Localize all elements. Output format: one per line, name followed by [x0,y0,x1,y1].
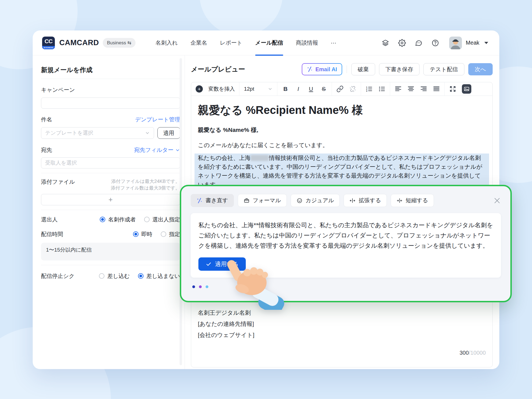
radio-no-merge[interactable]: 差し込まない [138,272,180,280]
campaign-label: キャンペーン [41,86,180,94]
logo-cc-text: CC [42,37,55,46]
radio-scheduled[interactable]: 指定 [161,231,180,238]
recipient-filter-link[interactable]: 宛先フィルター [134,146,180,154]
template-placeholder: テンプレートを選択 [45,129,93,137]
radio-label: 差し込む [107,272,130,280]
radio-unselected-icon [161,231,166,237]
chevron-down-icon [145,131,150,135]
attachment-hint-line1: 添付ファイルは最大24KBです。 [111,179,180,184]
font-size-value: 12pt [244,86,254,92]
layers-icon[interactable] [382,39,389,47]
sender-label: 選出人 [41,216,100,223]
expand-icon [349,198,355,204]
highlighted-paragraph: 私たちの会社、上海情報技術有限公司と、当社の主力製品であるビジネスカードキングデ… [195,154,489,189]
app-header: CC BUSINESS CAMCARD Business ⇆ 名刺入れ 企業名 … [33,30,499,55]
chip-label: カジュアル [306,197,334,204]
loading-dots [192,285,501,288]
apply-template-button[interactable]: 適用 [157,127,180,139]
attachment-hint: 添付ファイルは最大24KBです。 添付ファイル数は最大3個です。 [111,178,180,191]
redacted-text [250,155,269,161]
align-center-icon[interactable] [407,85,415,93]
chevron-down-icon[interactable] [484,42,488,44]
svg-text:3: 3 [366,90,367,92]
radio-label: 指定 [169,231,180,238]
test-send-button[interactable]: テスト配信 [423,63,464,75]
recipient-filter-label: 宛先フィルター [134,146,173,154]
align-right-icon[interactable] [420,85,427,93]
align-left-icon[interactable] [395,85,402,93]
bullet-list-icon[interactable] [378,85,385,93]
italic-button[interactable]: I [295,86,302,92]
divider [41,173,180,173]
fullscreen-icon[interactable] [449,85,456,93]
ai-rewrite-popup: 書き直す フォーマル カジュアル [180,185,512,302]
nav-item-email-delivery[interactable]: メール配信 [255,30,283,55]
insert-variable-label: 変数を挿入 [208,85,235,93]
ordered-list-icon[interactable]: 1 2 3 [365,85,373,93]
camcard-logo-icon: CC BUSINESS [42,37,55,49]
radio-immediate[interactable]: 即時 [133,231,152,238]
align-justify-icon[interactable] [433,85,440,93]
link-icon[interactable] [336,85,344,93]
chat-icon[interactable] [415,39,423,47]
expand-chip[interactable]: 拡張する [344,194,387,207]
radio-unselected-icon [144,217,150,222]
save-draft-button[interactable]: 下書き保存 [379,63,420,75]
divider [41,79,180,79]
nav-item-company[interactable]: 企業名 [190,30,207,55]
nav-item-more[interactable]: ⋯ [331,30,336,55]
dot [199,285,202,288]
casual-chip[interactable]: カジュアル [291,194,340,207]
ai-suggestion-text: 私たちの会社、上海**情報技術有限公司と、私たちの主力製品であるビジネスカードキ… [198,220,493,251]
header-right: Meak [382,37,488,49]
email-intro: このメールがあなたに届くことを願っています。 [198,142,486,149]
apply-suggestion-button[interactable]: 適用する [198,257,246,271]
radio-unselected-icon [99,273,104,279]
unsubscribe-label: 配信停止シク [41,272,99,280]
close-icon[interactable] [493,197,501,204]
help-icon[interactable] [431,39,439,47]
add-attachment-button[interactable]: + [41,194,180,205]
email-footer-block: 名刺王デジタル名刺 [あなたの連絡先情報] [会社のウェブサイト] 300/10… [198,307,486,358]
template-select[interactable]: テンプレートを選択 [41,127,154,139]
attachment-hint-line2: 添付ファイル数は最大3個です。 [111,185,180,191]
recipient-input[interactable] [41,157,180,168]
unlink-icon[interactable] [349,85,356,93]
schedule-label: 配信時間 [41,231,133,238]
user-name[interactable]: Meak [466,40,479,46]
shorten-chip[interactable]: 短縮する [391,194,434,207]
compose-panel: 新規メールを作成 キャンペーン 件名 デンプレート管理 テンプレートを選択 適用… [41,55,180,369]
campaign-input[interactable] [41,98,180,109]
divider [347,65,347,73]
attachment-label: 添付ファイル [41,178,75,186]
nav-item-deal-info[interactable]: 商談情報 [296,30,318,55]
email-ai-button[interactable]: Email AI [302,63,342,75]
nav-item-cardholder[interactable]: 名刺入れ [155,30,178,55]
plan-badge[interactable]: Business ⇆ [103,38,135,48]
radio-label: 差し込まない [146,272,180,280]
clipped-line: 名刺王デジタル名刺 [198,307,486,318]
font-size-select[interactable]: 12pt [244,86,273,92]
radio-selected-icon [100,217,105,222]
radio-sender-specify[interactable]: 選出人指定 [144,216,180,223]
plus-circle-icon: + [196,85,203,93]
main-nav: 名刺入れ 企業名 レポート メール配信 商談情報 ⋯ [155,30,336,55]
strikethrough-button[interactable]: S [320,86,327,92]
radio-card-creator[interactable]: 名刺作成者 [100,216,136,223]
template-manage-link[interactable]: デンプレート管理 [135,116,180,123]
apply-suggestion-label: 適用する [215,260,239,268]
discard-button[interactable]: 破棄 [351,63,375,75]
bold-button[interactable]: B [282,86,289,92]
gear-icon[interactable] [398,39,406,47]
briefcase-icon [244,198,250,204]
avatar[interactable] [449,37,462,49]
image-icon[interactable] [462,84,471,94]
rewrite-chip[interactable]: 書き直す [191,194,234,207]
radio-merge-in[interactable]: 差し込む [99,272,130,280]
next-button[interactable]: 次へ [468,63,493,75]
underline-button[interactable]: U [307,86,314,92]
insert-variable-button[interactable]: + 変数を挿入 [191,82,239,96]
formal-chip[interactable]: フォーマル [238,194,287,207]
ai-option-chips: 書き直す フォーマル カジュアル [191,194,501,207]
nav-item-report[interactable]: レポート [220,30,242,55]
